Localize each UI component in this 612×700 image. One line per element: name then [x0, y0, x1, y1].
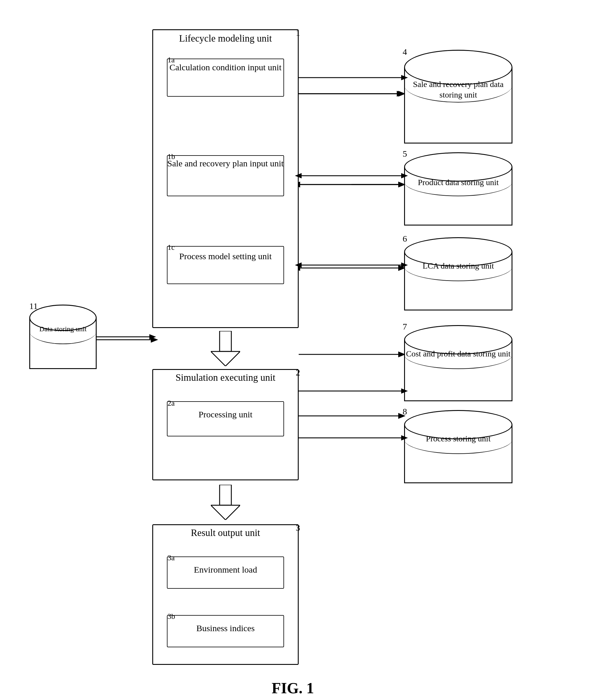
business-label: Business indices	[167, 622, 284, 634]
figure-label: FIG. 1	[234, 680, 351, 697]
cyl11-label: Data storing unit	[29, 325, 97, 333]
cyl8-label: Process storing unit	[404, 434, 512, 444]
ref-6: 6	[403, 234, 407, 244]
cylinder-8: Process storing unit	[404, 410, 512, 483]
ref-1a: 1a	[167, 56, 175, 65]
svg-marker-3	[397, 91, 404, 97]
calc-cond-label: Calculation condition input unit	[167, 61, 284, 73]
svg-marker-21	[211, 352, 240, 366]
ref-7: 7	[403, 321, 407, 331]
ref-1: 1	[296, 28, 300, 38]
ref-2: 2	[296, 368, 300, 378]
svg-marker-19	[151, 337, 158, 343]
simulation-label: Simulation executing unit	[155, 371, 296, 384]
process-model-label: Process model setting unit	[167, 250, 284, 262]
cyl7-label: Cost and profit data storing unit	[404, 348, 512, 359]
svg-rect-20	[220, 331, 231, 352]
svg-rect-22	[220, 485, 231, 505]
ref-8: 8	[403, 407, 407, 416]
cyl4-label: Sale and recovery plan data storing unit	[404, 79, 512, 100]
ref-4: 4	[403, 47, 407, 57]
env-load-label: Environment load	[167, 564, 284, 575]
ref-2a: 2a	[167, 399, 175, 408]
sale-recovery-input-label: Sale and recovery plan input unit	[167, 157, 284, 169]
ref-1c: 1c	[167, 243, 175, 252]
ref-11: 11	[29, 301, 38, 311]
result-output-label: Result output unit	[155, 526, 296, 539]
cylinder-4: Sale and recovery plan data storing unit	[404, 50, 512, 143]
cyl6-label: LCA data storing unit	[404, 261, 512, 271]
ref-3b: 3b	[167, 612, 175, 621]
ref-3a: 3a	[167, 553, 175, 562]
cylinder-7: Cost and profit data storing unit	[404, 325, 512, 401]
svg-marker-23	[211, 505, 240, 520]
ref-1b: 1b	[167, 152, 175, 161]
cylinder-6: LCA data storing unit	[404, 237, 512, 311]
cyl5-label: Product data storing unit	[404, 177, 512, 188]
ref-3: 3	[296, 523, 300, 533]
ref-5: 5	[403, 149, 407, 159]
lifecycle-label: Lifecycle modeling unit	[155, 32, 296, 45]
cylinder-5: Product data storing unit	[404, 152, 512, 225]
processing-label: Processing unit	[167, 409, 284, 420]
cylinder-11: Data storing unit	[29, 305, 97, 369]
